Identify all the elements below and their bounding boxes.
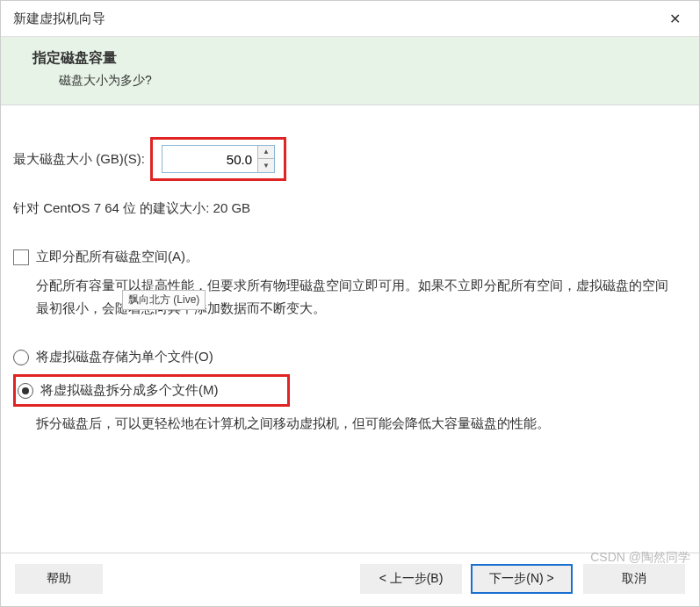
disk-file-radio-group: 将虚拟磁盘存储为单个文件(O) 将虚拟磁盘拆分成多个文件(M) 拆分磁盘后，可以…: [13, 345, 687, 435]
spinner-down-button[interactable]: ▼: [258, 159, 274, 172]
disk-size-input[interactable]: [162, 146, 257, 172]
spinner-buttons: ▲ ▼: [257, 146, 274, 172]
radio-split-highlight: 将虚拟磁盘拆分成多个文件(M): [13, 374, 290, 407]
allocate-now-row[interactable]: 立即分配所有磁盘空间(A)。: [13, 249, 687, 265]
help-button[interactable]: 帮助: [15, 564, 103, 594]
help-button-label: 帮助: [47, 571, 71, 587]
recommended-size: 针对 CentOS 7 64 位 的建议大小: 20 GB: [13, 200, 687, 217]
next-button-label: 下一步(N) >: [489, 571, 554, 587]
chevron-up-icon: ▲: [263, 148, 270, 155]
stray-tooltip: 飘向北方 (Live): [122, 290, 206, 310]
nav-button-pair: < 上一步(B) 下一步(N) >: [360, 564, 573, 594]
banner: 指定磁盘容量 磁盘大小为多少?: [1, 37, 699, 105]
cancel-button[interactable]: 取消: [583, 564, 685, 594]
disk-size-highlight: ▲ ▼: [150, 137, 286, 181]
dialog-title: 新建虚拟机向导: [13, 11, 105, 27]
allocate-checkbox[interactable]: [13, 249, 29, 265]
footer-right: < 上一步(B) 下一步(N) > 取消: [360, 564, 685, 594]
chevron-down-icon: ▼: [263, 162, 270, 170]
banner-title: 指定磁盘容量: [32, 49, 682, 68]
radio-icon-selected[interactable]: [18, 383, 33, 399]
titlebar: 新建虚拟机向导 ✕: [1, 1, 699, 37]
split-description: 拆分磁盘后，可以更轻松地在计算机之间移动虚拟机，但可能会降低大容量磁盘的性能。: [36, 412, 678, 435]
footer: 帮助 < 上一步(B) 下一步(N) > 取消: [1, 553, 699, 606]
radio-split-label: 将虚拟磁盘拆分成多个文件(M): [40, 382, 219, 399]
back-button[interactable]: < 上一步(B): [360, 564, 462, 594]
back-button-label: < 上一步(B): [379, 571, 444, 587]
close-icon: ✕: [669, 11, 681, 27]
disk-size-label: 最大磁盘大小 (GB)(S):: [13, 151, 145, 168]
content-area: 最大磁盘大小 (GB)(S): ▲ ▼ 针对 CentOS 7 64 位 的建议…: [1, 105, 699, 553]
next-button[interactable]: 下一步(N) >: [471, 564, 573, 594]
disk-size-row: 最大磁盘大小 (GB)(S): ▲ ▼: [13, 137, 687, 181]
close-button[interactable]: ✕: [659, 6, 690, 31]
wizard-dialog: 新建虚拟机向导 ✕ 指定磁盘容量 磁盘大小为多少? 最大磁盘大小 (GB)(S)…: [0, 0, 700, 607]
allocate-checkbox-label: 立即分配所有磁盘空间(A)。: [36, 249, 198, 265]
spinner-up-button[interactable]: ▲: [258, 146, 274, 159]
cancel-button-label: 取消: [622, 571, 646, 587]
disk-size-spinner[interactable]: ▲ ▼: [162, 145, 275, 173]
radio-icon-unselected[interactable]: [13, 350, 29, 365]
radio-split-files[interactable]: 将虚拟磁盘拆分成多个文件(M): [18, 379, 282, 402]
banner-subtitle: 磁盘大小为多少?: [59, 73, 682, 89]
radio-single-label: 将虚拟磁盘存储为单个文件(O): [36, 349, 213, 365]
radio-single-file[interactable]: 将虚拟磁盘存储为单个文件(O): [13, 345, 687, 369]
